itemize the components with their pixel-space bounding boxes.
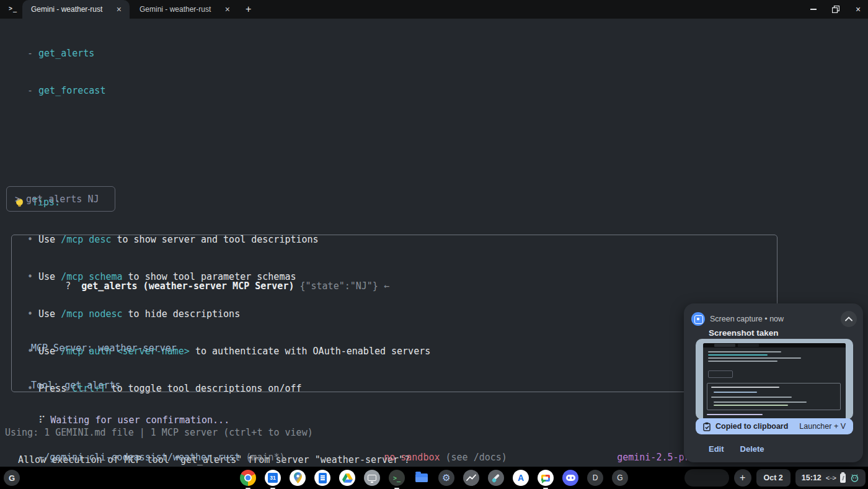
dialog-tool-line: Tool: get_alerts — [18, 379, 771, 392]
window-controls: × — [807, 0, 864, 19]
settings-icon[interactable]: ⚙ — [438, 470, 454, 486]
restore-icon — [832, 6, 839, 13]
app-g-icon[interactable]: G — [612, 470, 628, 486]
thumbnail-mini-screenshot — [703, 343, 846, 419]
files-icon[interactable] — [414, 470, 430, 486]
drafting-compass-icon[interactable]: A — [513, 470, 529, 486]
tab-title: Gemini - weather-rust — [140, 5, 223, 14]
docs-icon[interactable] — [314, 470, 330, 486]
chrome-icon[interactable] — [240, 470, 256, 486]
tab-title: Gemini - weather-rust — [31, 5, 115, 14]
clock: 15:12 — [802, 473, 822, 482]
calendar-icon[interactable]: 31 — [265, 470, 281, 486]
battery-icon — [840, 473, 846, 483]
notification-header: Screen capture • now — [691, 311, 857, 327]
tools-wrench-icon[interactable] — [488, 470, 504, 486]
tool-list-item: - get_alerts — [16, 47, 430, 60]
clipboard-confirmation-bar: Copied to clipboard Launcher + V — [696, 418, 853, 434]
dialog-header: ?get_alerts (weather-server MCP Server){… — [18, 267, 771, 280]
add-note-button[interactable]: + — [734, 469, 751, 487]
terminal-app-icon: >_ — [9, 5, 17, 12]
close-button[interactable]: × — [852, 3, 864, 16]
new-tab-button[interactable]: + — [243, 4, 254, 15]
maps-icon[interactable] — [290, 470, 306, 486]
google-chat-icon[interactable] — [538, 470, 554, 486]
clipboard-shortcut-hint: Launcher + V — [799, 422, 846, 431]
tab-gemini-weather-rust-1[interactable]: Gemini - weather-rust × — [22, 0, 130, 19]
clipboard-check-icon — [703, 422, 711, 431]
edit-button[interactable]: Edit — [709, 444, 724, 454]
context-status-line: Using: 1 GEMINI.md file | 1 MCP server (… — [5, 426, 313, 439]
notification-source: Screen capture • now — [710, 315, 784, 323]
tool-list-item: - get_forecast — [16, 84, 430, 97]
notification-actions: Edit Delete — [709, 444, 764, 454]
spinner-icon: ⠏ — [38, 415, 45, 426]
analytics-icon[interactable] — [463, 470, 479, 486]
dialog-server-line: MCP Server: weather-server — [18, 342, 771, 354]
tab-gemini-weather-rust-2[interactable]: Gemini - weather-rust × — [131, 0, 238, 19]
screencast-icon[interactable] — [364, 470, 380, 486]
terminal-icon[interactable]: >_ — [389, 470, 405, 486]
status-area[interactable]: 15:12 <··> — [795, 469, 866, 487]
chromeos-shelf: G 31 — [0, 467, 868, 489]
notification-title: Screenshot taken — [709, 328, 779, 338]
clipboard-status-text: Copied to clipboard — [715, 422, 788, 431]
system-tray: + Oct 2 15:12 <··> — [684, 469, 866, 487]
discord-icon[interactable] — [562, 470, 578, 486]
date-pill[interactable]: Oct 2 — [756, 469, 790, 487]
restore-button[interactable] — [830, 3, 842, 16]
delete-button[interactable]: Delete — [740, 444, 764, 454]
launcher-button[interactable]: G — [4, 470, 20, 486]
chromeos-desktop: >_ Gemini - weather-rust × Gemini - weat… — [0, 0, 868, 489]
drive-icon[interactable] — [339, 470, 355, 486]
collapse-notification-button[interactable] — [841, 311, 857, 327]
app-d-icon[interactable]: D — [587, 470, 603, 486]
tab-close-icon[interactable]: × — [223, 5, 232, 14]
tool-confirmation-dialog: ?get_alerts (weather-server MCP Server){… — [11, 235, 777, 392]
ethernet-icon: <··> — [826, 474, 836, 482]
adb-debug-icon — [850, 473, 859, 483]
minimize-button[interactable] — [807, 3, 820, 16]
screen-capture-icon — [691, 312, 705, 326]
minimize-icon — [810, 9, 817, 10]
screenshot-thumbnail[interactable] — [696, 339, 853, 419]
tab-close-icon[interactable]: × — [115, 5, 123, 14]
phone-hub-pill[interactable] — [684, 469, 729, 487]
window-tab-bar: >_ Gemini - weather-rust × Gemini - weat… — [0, 0, 868, 19]
user-prompt-history: > get_alerts NJ — [6, 186, 115, 212]
return-arrow-icon: ← — [384, 280, 389, 292]
pinned-apps: 31 >_ — [240, 470, 628, 486]
chevron-up-icon — [845, 316, 852, 321]
screen-capture-notification: Screen capture • now Screenshot taken — [684, 303, 863, 462]
